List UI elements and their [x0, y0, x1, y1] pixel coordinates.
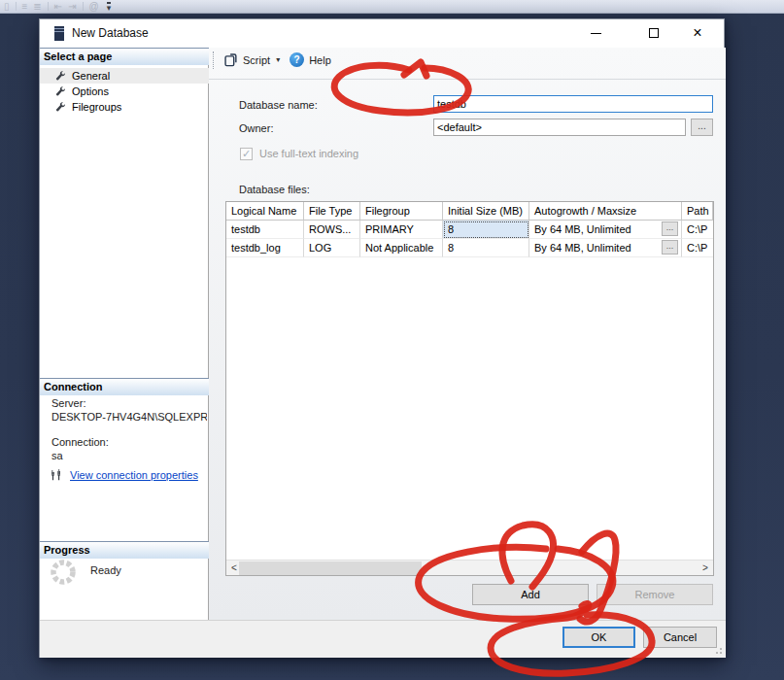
toolbar-separator — [83, 2, 84, 11]
fulltext-label: Use full-text indexing — [259, 148, 358, 159]
script-icon — [223, 52, 238, 68]
fulltext-checkbox[interactable]: ✓ — [240, 148, 253, 160]
help-icon: ? — [290, 52, 304, 67]
server-label: Server: — [51, 397, 85, 409]
scroll-right-icon[interactable]: > — [698, 561, 713, 576]
toolbar-separator — [48, 2, 49, 11]
owner-input[interactable]: <default> — [433, 119, 686, 136]
minimize-button[interactable] — [581, 22, 610, 44]
database-icon — [54, 26, 64, 41]
comment-lines-icon: ≡ — [22, 2, 28, 12]
progress-status: Ready — [90, 564, 121, 576]
progress-header: Progress — [40, 541, 209, 559]
resize-grip[interactable] — [713, 645, 723, 655]
add-button[interactable]: Add — [472, 584, 589, 605]
path-cell[interactable]: C:\P — [682, 239, 713, 257]
toolbar-separator — [16, 2, 17, 11]
connection-label: Connection: — [51, 436, 109, 448]
column-header: Autogrowth / Maxsize — [529, 202, 682, 221]
outdent-icon: ⇤ — [54, 2, 62, 12]
close-icon: × — [693, 25, 701, 41]
help-button[interactable]: Help — [309, 54, 331, 66]
column-header: Filegroup — [360, 202, 443, 221]
toolbar-gripper[interactable] — [213, 51, 216, 69]
background-toolbar: ▯ ≡ ≣ ⇤ ⇥ @ ▾ — [0, 0, 784, 14]
comment-lines2-icon: ≣ — [33, 2, 41, 12]
maximize-icon — [649, 28, 659, 38]
logical-name-cell[interactable]: testdb — [226, 221, 304, 239]
database-name-input[interactable]: testdb — [433, 95, 713, 113]
connection-value: sa — [51, 450, 207, 461]
autogrowth-browse-button[interactable]: ... — [662, 240, 678, 255]
connection-header: Connection — [40, 378, 209, 395]
server-value: DESKTOP-7HV4G4N\SQLEXPRE — [51, 411, 207, 423]
sidebar-item-label: Options — [72, 85, 109, 97]
ok-button[interactable]: OK — [562, 627, 635, 648]
column-header: File Type — [304, 202, 360, 221]
column-header: Logical Name — [226, 202, 304, 221]
dialog-footer: OK Cancel — [40, 620, 726, 658]
sidebar-item-filegroups[interactable]: Filegroups — [40, 99, 209, 115]
owner-browse-button[interactable]: ... — [691, 119, 713, 136]
connection-properties-icon — [50, 468, 63, 482]
maximize-button[interactable] — [639, 22, 668, 44]
column-header: Initial Size (MB) — [443, 202, 529, 221]
main-pane: Script ▾ ? Help Database name: testdb Ow… — [209, 48, 726, 620]
filegroup-cell[interactable]: Not Applicable — [360, 239, 443, 257]
new-database-dialog: New Database × Select a page General Opt… — [39, 18, 725, 658]
sidebar-item-options[interactable]: Options — [40, 84, 209, 99]
wrench-icon — [55, 86, 66, 97]
file-type-cell[interactable]: ROWS... — [304, 221, 360, 239]
initial-size-cell-selected[interactable]: 8 — [443, 221, 529, 239]
at-icon: @ — [89, 2, 99, 12]
grid-header-row: Logical Name File Type Filegroup Initial… — [226, 202, 713, 221]
sidebar-item-label: Filegroups — [72, 101, 121, 113]
script-dropdown-icon[interactable]: ▾ — [276, 55, 280, 64]
autogrowth-cell[interactable]: By 64 MB, Unlimited... — [529, 221, 682, 239]
sidebar-item-general[interactable]: General — [40, 68, 209, 84]
file-type-cell[interactable]: LOG — [304, 239, 360, 257]
database-files-label: Database files: — [239, 184, 310, 195]
toolbar-overflow-icon[interactable]: ▾ — [107, 2, 112, 12]
database-name-label: Database name: — [239, 99, 318, 111]
close-button[interactable]: × — [683, 22, 712, 44]
dialog-titlebar[interactable]: New Database × — [40, 19, 724, 48]
scrollbar-thumb[interactable] — [239, 561, 422, 575]
database-files-grid: Logical Name File Type Filegroup Initial… — [225, 201, 714, 576]
filegroup-cell[interactable]: PRIMARY — [360, 221, 443, 239]
path-cell[interactable]: C:\P — [682, 221, 713, 239]
column-header: Path — [682, 202, 713, 221]
sidebar-item-label: General — [72, 70, 110, 82]
sidebar: Select a page General Options Filegroups… — [40, 48, 209, 620]
box-icon: ▯ — [4, 2, 10, 12]
minimize-icon — [591, 33, 601, 34]
indent-icon: ⇥ — [68, 2, 76, 12]
remove-button[interactable]: Remove — [597, 584, 713, 605]
select-a-page-header: Select a page — [40, 48, 209, 65]
script-button[interactable]: Script — [243, 54, 270, 66]
wrench-icon — [55, 71, 66, 82]
autogrowth-browse-button[interactable]: ... — [662, 221, 678, 236]
desktop: ▯ ≡ ≣ ⇤ ⇥ @ ▾ New Database × Select a pa… — [0, 0, 784, 680]
initial-size-cell[interactable]: 8 — [443, 239, 529, 257]
dialog-title: New Database — [72, 26, 149, 40]
autogrowth-value: By 64 MB, Unlimited — [534, 223, 631, 235]
cancel-button[interactable]: Cancel — [643, 627, 717, 648]
view-connection-properties-link[interactable]: View connection properties — [70, 469, 198, 481]
horizontal-scrollbar[interactable]: < > — [226, 560, 713, 575]
logical-name-cell[interactable]: testdb_log — [226, 239, 304, 257]
progress-spinner-icon — [50, 559, 77, 590]
table-row: testdb_log LOG Not Applicable 8 By 64 MB… — [226, 239, 713, 257]
dialog-toolbar: Script ▾ ? Help — [209, 48, 726, 80]
owner-label: Owner: — [239, 122, 273, 134]
wrench-icon — [55, 102, 66, 113]
autogrowth-value: By 64 MB, Unlimited — [534, 242, 631, 254]
table-row: testdb ROWS... PRIMARY 8 By 64 MB, Unlim… — [226, 221, 713, 239]
autogrowth-cell[interactable]: By 64 MB, Unlimited... — [529, 239, 682, 257]
